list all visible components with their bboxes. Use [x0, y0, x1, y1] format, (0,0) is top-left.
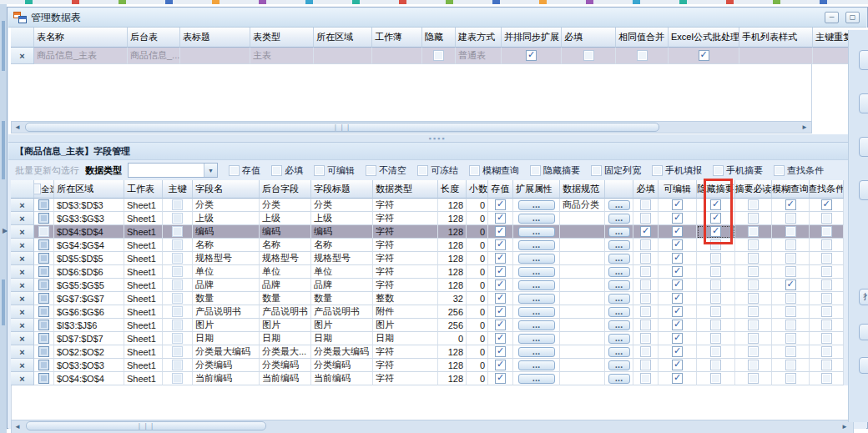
- cell-more[interactable]: …: [605, 239, 633, 252]
- required-checkbox[interactable]: [640, 266, 651, 277]
- cell-backend[interactable]: 数量: [260, 292, 311, 305]
- cell-sheet[interactable]: Sheet1: [124, 305, 163, 319]
- cell-store[interactable]: [488, 332, 513, 345]
- cell-hide_digest[interactable]: [697, 359, 735, 372]
- cell-dec[interactable]: 0: [467, 345, 488, 359]
- col-header-dec[interactable]: 小数: [467, 180, 488, 199]
- col-header-btn2[interactable]: [605, 180, 633, 199]
- cell-sheet[interactable]: Sheet1: [124, 345, 163, 359]
- cell-area[interactable]: [314, 48, 372, 64]
- cell-name[interactable]: 编码: [193, 225, 260, 239]
- cell-fuzzy[interactable]: [772, 225, 810, 239]
- cell-sheet[interactable]: Sheet1: [124, 319, 163, 332]
- col-header-pkcb[interactable]: 主键: [163, 180, 193, 199]
- cell-title[interactable]: 日期: [311, 332, 373, 345]
- ext-attr-button[interactable]: …: [518, 347, 555, 357]
- cell-store[interactable]: [488, 305, 513, 319]
- cell-required[interactable]: [633, 225, 659, 239]
- col-header-required[interactable]: 必填: [633, 180, 659, 199]
- cell-find[interactable]: [810, 239, 844, 252]
- corner-header-cell[interactable]: [11, 28, 34, 48]
- cell-name[interactable]: 日期: [193, 332, 260, 345]
- cell-ext[interactable]: …: [513, 225, 560, 239]
- cell-sheet[interactable]: Sheet1: [124, 239, 163, 252]
- hide_digest-checkbox[interactable]: [710, 333, 721, 344]
- cell-more[interactable]: …: [605, 332, 633, 345]
- cell-store[interactable]: [488, 239, 513, 252]
- ext-attr-button[interactable]: …: [518, 240, 555, 250]
- cell-pk[interactable]: [163, 319, 193, 332]
- cell-spec[interactable]: [560, 279, 605, 292]
- col-header-backend[interactable]: 后台字段: [260, 180, 311, 199]
- cell-name[interactable]: 品牌: [193, 279, 260, 292]
- store-checkbox[interactable]: [495, 253, 506, 264]
- cell-title[interactable]: 规格型号: [311, 252, 373, 265]
- cell-editable[interactable]: [659, 359, 697, 372]
- pk-checkbox[interactable]: [172, 199, 183, 210]
- digest_required-checkbox[interactable]: [748, 346, 759, 357]
- cell-dec[interactable]: 0: [467, 225, 488, 239]
- digest_required-checkbox[interactable]: [748, 253, 759, 264]
- cell-sheet[interactable]: Sheet1: [124, 279, 163, 292]
- cell-spec[interactable]: [560, 359, 605, 372]
- find-checkbox[interactable]: [821, 346, 832, 357]
- digest_required-checkbox[interactable]: [748, 360, 759, 370]
- select-all-checkbox[interactable]: [34, 184, 41, 194]
- cell-select[interactable]: [34, 279, 54, 292]
- pk-checkbox[interactable]: [172, 226, 183, 237]
- cell-name[interactable]: 数量: [193, 292, 260, 305]
- editable-checkbox[interactable]: [672, 333, 683, 344]
- col-header-backend[interactable]: 后台表: [128, 28, 180, 48]
- editable-checkbox[interactable]: [672, 226, 683, 237]
- cell-store[interactable]: [488, 359, 513, 372]
- col-header-store[interactable]: 存值: [488, 180, 513, 199]
- pk-checkbox[interactable]: [172, 333, 183, 344]
- cell-find[interactable]: [810, 372, 844, 385]
- cell-dec[interactable]: 0: [467, 212, 488, 225]
- cell-spec[interactable]: [560, 372, 605, 385]
- cell-backend[interactable]: 名称: [260, 239, 311, 252]
- col-header-mobile_style[interactable]: 手机列表样式: [739, 28, 813, 48]
- row-select-checkbox[interactable]: [38, 360, 49, 370]
- cell-select[interactable]: [34, 305, 54, 319]
- cell-hide_digest[interactable]: [697, 319, 735, 332]
- col-header-create_mode[interactable]: 建表方式: [456, 28, 502, 48]
- cell-area[interactable]: $O$4:$O$4: [54, 372, 124, 385]
- cell-pk[interactable]: [163, 332, 193, 345]
- more-button[interactable]: …: [608, 360, 630, 370]
- cell-area[interactable]: $G$3:$G$3: [54, 212, 124, 225]
- cell-more[interactable]: …: [605, 359, 633, 372]
- cell-digest_required[interactable]: [735, 359, 772, 372]
- cell-editable[interactable]: [659, 239, 697, 252]
- cell-more[interactable]: …: [605, 372, 633, 385]
- fuzzy-checkbox[interactable]: [785, 320, 796, 330]
- cell-required[interactable]: [633, 332, 659, 345]
- cell-ext[interactable]: …: [513, 372, 560, 385]
- cell-merge_same[interactable]: [616, 48, 669, 64]
- cell-dtype[interactable]: 日期: [373, 332, 438, 345]
- more-button[interactable]: …: [608, 200, 630, 210]
- cell-dtype[interactable]: 字符: [373, 212, 438, 225]
- cell-ext[interactable]: …: [513, 212, 560, 225]
- cell-required[interactable]: [633, 345, 659, 359]
- cut-off-button[interactable]: [859, 50, 868, 70]
- cell-backend[interactable]: 品牌: [260, 279, 311, 292]
- cell-required[interactable]: [633, 252, 659, 265]
- col-header-len[interactable]: 长度: [438, 180, 467, 199]
- digest_required-checkbox[interactable]: [748, 293, 759, 304]
- cell-pk[interactable]: [163, 225, 193, 239]
- cell-editable[interactable]: [659, 305, 697, 319]
- cell-editable[interactable]: [659, 332, 697, 345]
- cell-store[interactable]: [488, 319, 513, 332]
- delete-row-button[interactable]: ×: [11, 239, 34, 252]
- field-row[interactable]: ×$O$2:$O$2Sheet1分类最大编码分类最大...分类最大编码字符128…: [11, 345, 851, 359]
- cell-name[interactable]: 分类编码: [193, 359, 260, 372]
- cell-find[interactable]: [810, 199, 844, 212]
- col-header-name[interactable]: 字段名: [193, 180, 260, 199]
- cell-select[interactable]: [34, 199, 54, 212]
- ext-attr-button[interactable]: …: [518, 307, 555, 317]
- col-header-title[interactable]: 字段标题: [311, 180, 373, 199]
- cell-digest_required[interactable]: [735, 292, 772, 305]
- cell-digest_required[interactable]: [735, 239, 772, 252]
- cell-pk[interactable]: [163, 305, 193, 319]
